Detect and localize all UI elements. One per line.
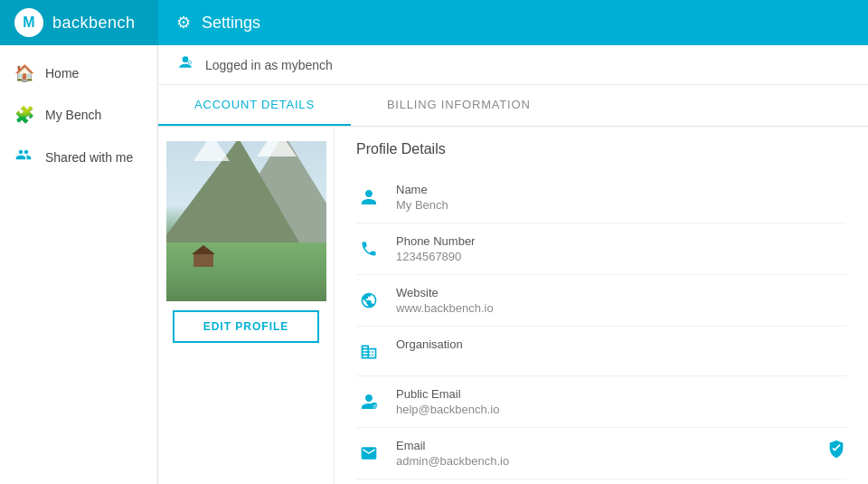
sidebar: 🏠 Home 🧩 My Bench Shared with me <box>0 45 158 484</box>
detail-row-key: Key xxxxxxxxxxxxxxxxxxxxxxxxxxxxxxxxxxxx… <box>356 479 846 484</box>
settings-gear-icon: ⚙ <box>176 13 191 33</box>
content-area: Logged in as mybench ACCOUNT DETAILS BIL… <box>158 45 868 484</box>
cabin-body <box>193 254 213 267</box>
public-email-label: Public Email <box>396 387 846 401</box>
logo-area[interactable]: M backbench <box>0 0 158 45</box>
logged-in-bar: Logged in as mybench <box>158 45 868 85</box>
cabin-roof <box>192 245 215 254</box>
tab-content: EDIT PROFILE Profile Details Name My Ben… <box>158 127 868 484</box>
sidebar-item-home[interactable]: 🏠 Home <box>0 52 157 94</box>
detail-row-email: Email admin@backbench.io <box>356 428 846 479</box>
cabin <box>193 245 215 267</box>
detail-row-public-email: @ Public Email help@backbench.io <box>356 376 846 428</box>
svg-text:@: @ <box>373 403 377 409</box>
tab-billing-information[interactable]: BILLING INFORMATION <box>351 85 567 126</box>
website-value: www.backbench.io <box>396 301 846 315</box>
public-email-value: help@backbench.io <box>396 403 846 416</box>
snow-center <box>257 141 297 157</box>
topbar: M backbench ⚙ Settings <box>0 0 868 45</box>
photo-panel: EDIT PROFILE <box>158 127 335 484</box>
phone-icon <box>356 236 382 261</box>
main-layout: 🏠 Home 🧩 My Bench Shared with me Logged … <box>0 45 868 484</box>
email-icon <box>356 441 382 466</box>
topbar-right: ⚙ Settings <box>158 13 868 33</box>
detail-info-phone: Phone Number 1234567890 <box>396 234 846 263</box>
sidebar-item-shared-with-me[interactable]: Shared with me <box>0 136 157 178</box>
profile-details-title: Profile Details <box>356 141 846 157</box>
topbar-title: Settings <box>202 14 260 33</box>
detail-row-phone: Phone Number 1234567890 <box>356 223 846 275</box>
shared-icon <box>14 147 33 167</box>
public-email-icon: @ <box>356 389 382 414</box>
org-icon <box>356 339 382 365</box>
profile-details-panel: Profile Details Name My Bench <box>335 127 868 484</box>
tab-account-details[interactable]: ACCOUNT DETAILS <box>158 85 351 126</box>
phone-value: 1234567890 <box>396 250 846 263</box>
detail-info-website: Website www.backbench.io <box>396 286 846 315</box>
logged-in-icon <box>176 53 194 76</box>
website-icon <box>356 288 382 313</box>
svg-point-0 <box>183 56 189 62</box>
logo-name: backbench <box>52 14 136 33</box>
snow-left <box>193 141 230 161</box>
email-verified-icon <box>826 439 846 459</box>
detail-info-email: Email admin@backbench.io <box>396 439 812 468</box>
email-label: Email <box>396 439 812 452</box>
detail-row-website: Website www.backbench.io <box>356 275 846 327</box>
website-label: Website <box>396 286 846 299</box>
sidebar-label-shared: Shared with me <box>45 150 133 165</box>
name-icon <box>356 185 382 210</box>
detail-row-name: Name My Bench <box>356 172 846 223</box>
org-label: Organisation <box>396 337 846 351</box>
ground <box>166 242 326 301</box>
detail-info-name: Name My Bench <box>396 183 846 212</box>
home-icon: 🏠 <box>14 63 33 83</box>
profile-photo <box>166 141 326 301</box>
logo-avatar: M <box>14 8 43 37</box>
tabs-bar: ACCOUNT DETAILS BILLING INFORMATION <box>158 85 868 127</box>
name-value: My Bench <box>396 198 846 212</box>
detail-info-public-email: Public Email help@backbench.io <box>396 387 846 416</box>
sidebar-label-my-bench: My Bench <box>45 108 101 122</box>
email-value: admin@backbench.io <box>396 454 812 468</box>
detail-row-organisation: Organisation <box>356 327 846 376</box>
logged-in-text: Logged in as mybench <box>205 58 333 72</box>
sidebar-label-home: Home <box>45 66 79 81</box>
detail-info-organisation: Organisation <box>396 337 846 353</box>
puzzle-icon: 🧩 <box>14 105 33 125</box>
edit-profile-button[interactable]: EDIT PROFILE <box>173 310 319 343</box>
name-label: Name <box>396 183 846 196</box>
phone-label: Phone Number <box>396 234 846 248</box>
mountain-bg-left <box>166 141 302 247</box>
sidebar-item-my-bench[interactable]: 🧩 My Bench <box>0 94 157 136</box>
